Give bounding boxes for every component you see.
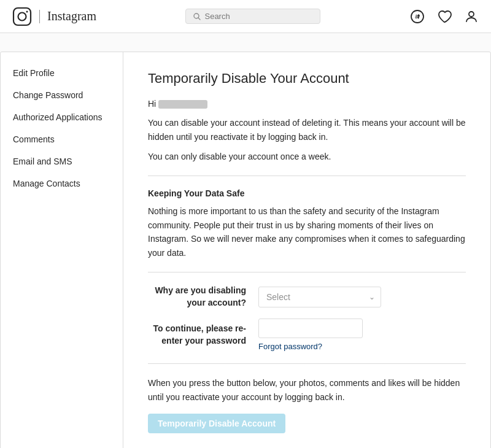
reason-select[interactable]: Select <box>258 287 381 307</box>
password-control: Forgot password? <box>258 319 466 351</box>
greeting-text: Hi <box>148 99 466 109</box>
section-title: Keeping Your Data Safe <box>148 188 466 198</box>
bottom-section: When you press the button below, your ph… <box>148 376 466 433</box>
sidebar-item-change-password[interactable]: Change Password <box>1 84 123 106</box>
sidebar-item-authorized-apps[interactable]: Authorized Applications <box>1 106 123 128</box>
search-container <box>106 9 400 24</box>
page-title: Temporarily Disable Your Account <box>148 71 466 87</box>
search-icon <box>193 13 201 20</box>
reason-control: Select ⌄ <box>258 287 466 307</box>
forgot-password-link[interactable]: Forgot password? <box>258 342 466 351</box>
password-row: To continue, please re-enter your passwo… <box>148 319 466 351</box>
svg-line-4 <box>198 18 200 20</box>
header-logo: Instagram <box>12 7 96 26</box>
divider-1 <box>148 176 466 176</box>
svg-point-8 <box>469 12 474 17</box>
sidebar-item-comments[interactable]: Comments <box>1 128 123 150</box>
sidebar: Edit Profile Change Password Authorized … <box>1 52 123 448</box>
reason-select-wrapper: Select ⌄ <box>258 287 381 307</box>
svg-point-2 <box>26 10 28 12</box>
header: Instagram <box>0 0 491 33</box>
svg-point-1 <box>18 12 26 20</box>
section-description: Nothing is more important to us than the… <box>148 204 466 260</box>
search-box[interactable] <box>185 9 320 24</box>
disable-account-button[interactable]: Temporarily Disable Account <box>148 414 285 433</box>
profile-icon <box>464 9 479 24</box>
heart-button[interactable] <box>437 9 452 24</box>
description-1: You can disable your account instead of … <box>148 116 466 144</box>
description-2: You can only disable your account once a… <box>148 150 466 163</box>
form-section: Why are you disabling your account? Sele… <box>148 285 466 351</box>
username-blurred <box>158 100 207 109</box>
reason-row: Why are you disabling your account? Sele… <box>148 285 466 309</box>
sidebar-item-edit-profile[interactable]: Edit Profile <box>1 62 123 84</box>
header-icons <box>410 9 479 24</box>
divider-2 <box>148 272 466 272</box>
compass-button[interactable] <box>410 9 425 24</box>
content-area: Temporarily Disable Your Account Hi You … <box>123 52 490 448</box>
instagram-logo-icon <box>12 7 32 26</box>
reason-label: Why are you disabling your account? <box>148 285 258 309</box>
greeting-hi: Hi <box>148 99 156 109</box>
compass-icon <box>410 9 425 24</box>
divider-3 <box>148 363 466 364</box>
header-logo-divider <box>39 10 40 23</box>
sidebar-item-email-sms[interactable]: Email and SMS <box>1 150 123 172</box>
sidebar-item-manage-contacts[interactable]: Manage Contacts <box>1 172 123 195</box>
password-label: To continue, please re-enter your passwo… <box>148 323 258 347</box>
profile-button[interactable] <box>464 9 479 24</box>
svg-rect-0 <box>14 8 31 25</box>
password-input[interactable] <box>258 319 363 338</box>
heart-icon <box>437 9 452 24</box>
search-input[interactable] <box>204 12 303 21</box>
brand-name: Instagram <box>47 9 96 23</box>
bottom-description: When you press the button below, your ph… <box>148 376 466 404</box>
main-container: Edit Profile Change Password Authorized … <box>0 52 491 448</box>
